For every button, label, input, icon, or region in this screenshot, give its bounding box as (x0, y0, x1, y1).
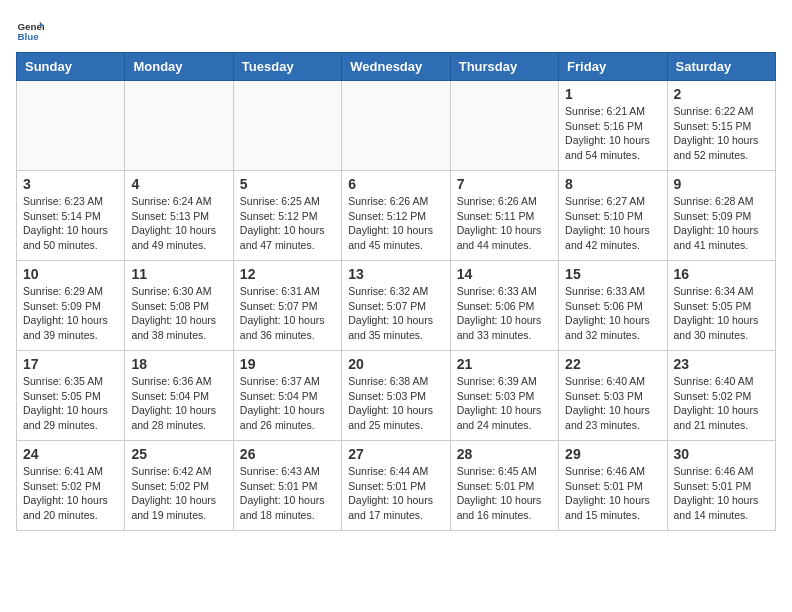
calendar-cell: 9Sunrise: 6:28 AM Sunset: 5:09 PM Daylig… (667, 171, 775, 261)
logo-icon: General Blue (16, 16, 44, 44)
day-number: 17 (23, 356, 118, 372)
day-info: Sunrise: 6:33 AM Sunset: 5:06 PM Dayligh… (457, 284, 552, 343)
weekday-header-wednesday: Wednesday (342, 53, 450, 81)
day-info: Sunrise: 6:21 AM Sunset: 5:16 PM Dayligh… (565, 104, 660, 163)
day-info: Sunrise: 6:32 AM Sunset: 5:07 PM Dayligh… (348, 284, 443, 343)
day-info: Sunrise: 6:46 AM Sunset: 5:01 PM Dayligh… (565, 464, 660, 523)
weekday-header-tuesday: Tuesday (233, 53, 341, 81)
day-number: 3 (23, 176, 118, 192)
calendar-cell (17, 81, 125, 171)
day-number: 29 (565, 446, 660, 462)
calendar-cell (342, 81, 450, 171)
day-number: 30 (674, 446, 769, 462)
day-number: 19 (240, 356, 335, 372)
day-number: 13 (348, 266, 443, 282)
calendar-cell: 13Sunrise: 6:32 AM Sunset: 5:07 PM Dayli… (342, 261, 450, 351)
calendar-cell: 18Sunrise: 6:36 AM Sunset: 5:04 PM Dayli… (125, 351, 233, 441)
calendar-cell: 28Sunrise: 6:45 AM Sunset: 5:01 PM Dayli… (450, 441, 558, 531)
week-row-3: 10Sunrise: 6:29 AM Sunset: 5:09 PM Dayli… (17, 261, 776, 351)
day-number: 6 (348, 176, 443, 192)
calendar-cell: 27Sunrise: 6:44 AM Sunset: 5:01 PM Dayli… (342, 441, 450, 531)
calendar-cell: 1Sunrise: 6:21 AM Sunset: 5:16 PM Daylig… (559, 81, 667, 171)
calendar-cell: 11Sunrise: 6:30 AM Sunset: 5:08 PM Dayli… (125, 261, 233, 351)
day-info: Sunrise: 6:44 AM Sunset: 5:01 PM Dayligh… (348, 464, 443, 523)
weekday-header-sunday: Sunday (17, 53, 125, 81)
day-info: Sunrise: 6:35 AM Sunset: 5:05 PM Dayligh… (23, 374, 118, 433)
weekday-header-monday: Monday (125, 53, 233, 81)
calendar-cell: 8Sunrise: 6:27 AM Sunset: 5:10 PM Daylig… (559, 171, 667, 261)
day-info: Sunrise: 6:42 AM Sunset: 5:02 PM Dayligh… (131, 464, 226, 523)
day-info: Sunrise: 6:29 AM Sunset: 5:09 PM Dayligh… (23, 284, 118, 343)
calendar-cell: 7Sunrise: 6:26 AM Sunset: 5:11 PM Daylig… (450, 171, 558, 261)
day-number: 8 (565, 176, 660, 192)
calendar-cell: 24Sunrise: 6:41 AM Sunset: 5:02 PM Dayli… (17, 441, 125, 531)
week-row-1: 1Sunrise: 6:21 AM Sunset: 5:16 PM Daylig… (17, 81, 776, 171)
day-number: 20 (348, 356, 443, 372)
calendar-cell: 15Sunrise: 6:33 AM Sunset: 5:06 PM Dayli… (559, 261, 667, 351)
calendar-cell (233, 81, 341, 171)
day-number: 14 (457, 266, 552, 282)
day-number: 7 (457, 176, 552, 192)
day-number: 1 (565, 86, 660, 102)
day-number: 15 (565, 266, 660, 282)
day-number: 26 (240, 446, 335, 462)
day-info: Sunrise: 6:28 AM Sunset: 5:09 PM Dayligh… (674, 194, 769, 253)
svg-text:Blue: Blue (17, 31, 39, 42)
calendar-cell (450, 81, 558, 171)
day-number: 18 (131, 356, 226, 372)
day-number: 4 (131, 176, 226, 192)
day-info: Sunrise: 6:46 AM Sunset: 5:01 PM Dayligh… (674, 464, 769, 523)
day-info: Sunrise: 6:40 AM Sunset: 5:03 PM Dayligh… (565, 374, 660, 433)
day-number: 25 (131, 446, 226, 462)
day-number: 28 (457, 446, 552, 462)
day-number: 5 (240, 176, 335, 192)
day-info: Sunrise: 6:30 AM Sunset: 5:08 PM Dayligh… (131, 284, 226, 343)
calendar-cell: 5Sunrise: 6:25 AM Sunset: 5:12 PM Daylig… (233, 171, 341, 261)
day-number: 12 (240, 266, 335, 282)
day-info: Sunrise: 6:38 AM Sunset: 5:03 PM Dayligh… (348, 374, 443, 433)
calendar-cell: 30Sunrise: 6:46 AM Sunset: 5:01 PM Dayli… (667, 441, 775, 531)
week-row-5: 24Sunrise: 6:41 AM Sunset: 5:02 PM Dayli… (17, 441, 776, 531)
calendar-cell: 12Sunrise: 6:31 AM Sunset: 5:07 PM Dayli… (233, 261, 341, 351)
calendar-cell: 16Sunrise: 6:34 AM Sunset: 5:05 PM Dayli… (667, 261, 775, 351)
calendar-table: SundayMondayTuesdayWednesdayThursdayFrid… (16, 52, 776, 531)
calendar-cell: 17Sunrise: 6:35 AM Sunset: 5:05 PM Dayli… (17, 351, 125, 441)
day-info: Sunrise: 6:45 AM Sunset: 5:01 PM Dayligh… (457, 464, 552, 523)
calendar-cell (125, 81, 233, 171)
day-info: Sunrise: 6:36 AM Sunset: 5:04 PM Dayligh… (131, 374, 226, 433)
day-number: 21 (457, 356, 552, 372)
week-row-4: 17Sunrise: 6:35 AM Sunset: 5:05 PM Dayli… (17, 351, 776, 441)
calendar-cell: 4Sunrise: 6:24 AM Sunset: 5:13 PM Daylig… (125, 171, 233, 261)
day-info: Sunrise: 6:41 AM Sunset: 5:02 PM Dayligh… (23, 464, 118, 523)
day-info: Sunrise: 6:24 AM Sunset: 5:13 PM Dayligh… (131, 194, 226, 253)
day-number: 11 (131, 266, 226, 282)
calendar-cell: 19Sunrise: 6:37 AM Sunset: 5:04 PM Dayli… (233, 351, 341, 441)
day-info: Sunrise: 6:33 AM Sunset: 5:06 PM Dayligh… (565, 284, 660, 343)
calendar-cell: 23Sunrise: 6:40 AM Sunset: 5:02 PM Dayli… (667, 351, 775, 441)
calendar-cell: 20Sunrise: 6:38 AM Sunset: 5:03 PM Dayli… (342, 351, 450, 441)
day-info: Sunrise: 6:43 AM Sunset: 5:01 PM Dayligh… (240, 464, 335, 523)
week-row-2: 3Sunrise: 6:23 AM Sunset: 5:14 PM Daylig… (17, 171, 776, 261)
weekday-header-thursday: Thursday (450, 53, 558, 81)
day-number: 24 (23, 446, 118, 462)
day-number: 23 (674, 356, 769, 372)
day-number: 22 (565, 356, 660, 372)
day-number: 16 (674, 266, 769, 282)
calendar-cell: 25Sunrise: 6:42 AM Sunset: 5:02 PM Dayli… (125, 441, 233, 531)
calendar-cell: 29Sunrise: 6:46 AM Sunset: 5:01 PM Dayli… (559, 441, 667, 531)
day-info: Sunrise: 6:37 AM Sunset: 5:04 PM Dayligh… (240, 374, 335, 433)
calendar-cell: 21Sunrise: 6:39 AM Sunset: 5:03 PM Dayli… (450, 351, 558, 441)
day-info: Sunrise: 6:34 AM Sunset: 5:05 PM Dayligh… (674, 284, 769, 343)
day-info: Sunrise: 6:31 AM Sunset: 5:07 PM Dayligh… (240, 284, 335, 343)
day-info: Sunrise: 6:22 AM Sunset: 5:15 PM Dayligh… (674, 104, 769, 163)
day-info: Sunrise: 6:26 AM Sunset: 5:11 PM Dayligh… (457, 194, 552, 253)
day-number: 2 (674, 86, 769, 102)
day-info: Sunrise: 6:27 AM Sunset: 5:10 PM Dayligh… (565, 194, 660, 253)
day-info: Sunrise: 6:26 AM Sunset: 5:12 PM Dayligh… (348, 194, 443, 253)
calendar-cell: 10Sunrise: 6:29 AM Sunset: 5:09 PM Dayli… (17, 261, 125, 351)
calendar-cell: 2Sunrise: 6:22 AM Sunset: 5:15 PM Daylig… (667, 81, 775, 171)
calendar-cell: 14Sunrise: 6:33 AM Sunset: 5:06 PM Dayli… (450, 261, 558, 351)
logo: General Blue (16, 16, 48, 44)
day-info: Sunrise: 6:40 AM Sunset: 5:02 PM Dayligh… (674, 374, 769, 433)
calendar-cell: 6Sunrise: 6:26 AM Sunset: 5:12 PM Daylig… (342, 171, 450, 261)
